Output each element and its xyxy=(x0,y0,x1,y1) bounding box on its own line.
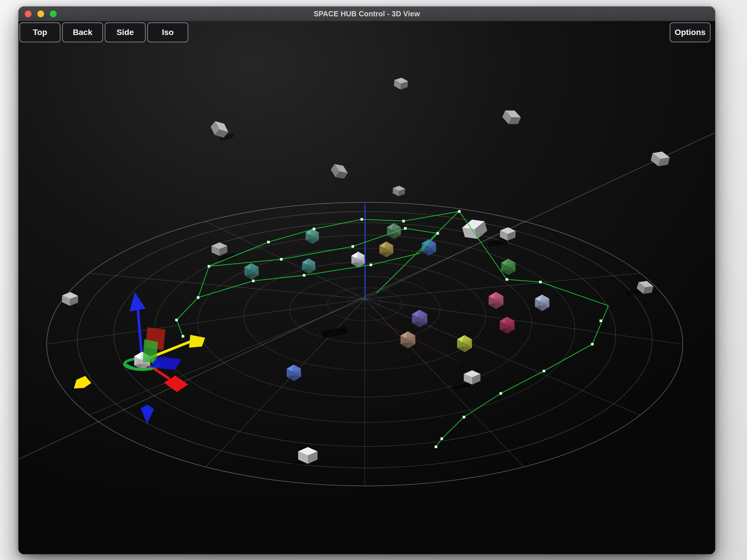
traffic-lights xyxy=(25,6,57,21)
waypoint-dot[interactable] xyxy=(441,437,443,440)
waypoint-dot[interactable] xyxy=(499,392,502,395)
waypoint-dot[interactable] xyxy=(506,278,508,281)
waypoint-dot[interactable] xyxy=(303,274,305,276)
viewport-3d[interactable] xyxy=(18,21,715,554)
waypoint-dot[interactable] xyxy=(458,210,460,213)
waypoint-dot[interactable] xyxy=(370,264,372,266)
title-bar[interactable]: SPACE HUB Control - 3D View xyxy=(18,6,715,21)
waypoint-dot[interactable] xyxy=(361,218,363,220)
waypoint-dot[interactable] xyxy=(591,343,594,345)
waypoint-dot[interactable] xyxy=(252,280,254,282)
waypoint-dot[interactable] xyxy=(403,220,405,222)
close-icon[interactable] xyxy=(25,10,31,17)
view-iso-button[interactable]: Iso xyxy=(147,23,188,42)
options-button[interactable]: Options xyxy=(670,23,711,42)
waypoint-dot[interactable] xyxy=(404,227,407,230)
view-side-button[interactable]: Side xyxy=(105,23,146,42)
waypoint-dot[interactable] xyxy=(280,258,282,261)
waypoint-dot[interactable] xyxy=(197,296,199,299)
waypoint-dot[interactable] xyxy=(543,370,545,372)
waypoint-dot[interactable] xyxy=(352,245,354,248)
waypoint-dot[interactable] xyxy=(539,281,542,283)
app-window: SPACE HUB Control - 3D View Top Back Sid… xyxy=(18,6,715,554)
waypoint-dot[interactable] xyxy=(313,228,315,230)
waypoint-dot[interactable] xyxy=(437,232,439,235)
waypoint-dot[interactable] xyxy=(463,416,465,418)
waypoint-dot[interactable] xyxy=(267,241,269,243)
minimize-icon[interactable] xyxy=(37,10,44,17)
window-title: SPACE HUB Control - 3D View xyxy=(314,10,420,18)
waypoint-dot[interactable] xyxy=(175,319,178,321)
view-back-button[interactable]: Back xyxy=(62,23,103,42)
viewport-container: Top Back Side Iso Options xyxy=(18,21,715,554)
waypoint-dot[interactable] xyxy=(435,446,437,448)
view-top-button[interactable]: Top xyxy=(20,23,60,42)
waypoint-dot[interactable] xyxy=(600,320,602,322)
waypoint-dot[interactable] xyxy=(208,265,210,267)
waypoint-dot[interactable] xyxy=(182,335,184,338)
zoom-icon[interactable] xyxy=(50,10,57,17)
